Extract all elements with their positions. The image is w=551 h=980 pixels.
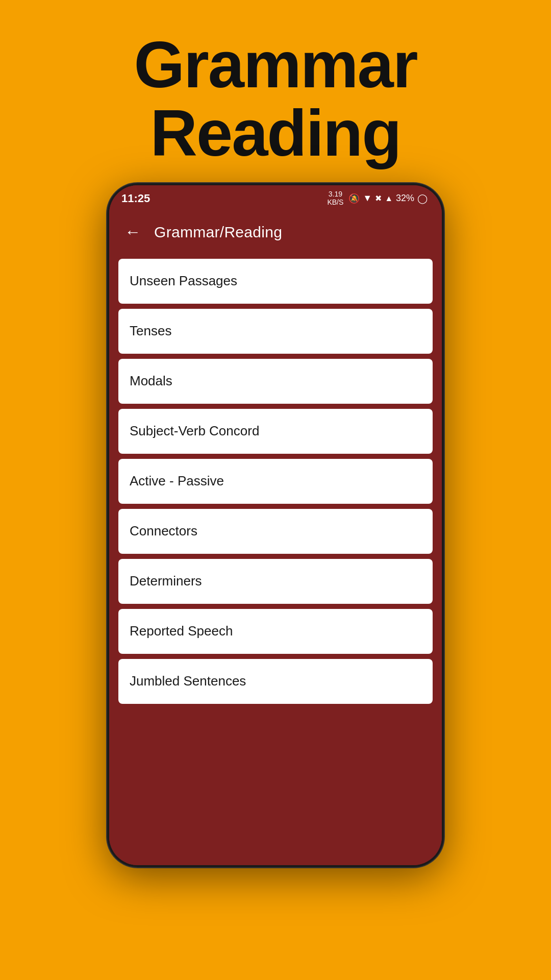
menu-item-label-jumbled-sentences: Jumbled Sentences: [130, 673, 246, 689]
bell-icon: 🔕: [348, 193, 360, 204]
menu-item-subject-verb-concord[interactable]: Subject-Verb Concord: [118, 409, 433, 454]
menu-item-label-reported-speech: Reported Speech: [130, 623, 233, 639]
menu-item-unseen-passages[interactable]: Unseen Passages: [118, 259, 433, 304]
data-speed: 3.19 KB/S: [327, 190, 343, 206]
app-bar-title: Grammar/Reading: [154, 224, 282, 241]
status-bar: 11:25 3.19 KB/S 🔕 ▼ ✖ ▲ 32% ◯: [109, 185, 442, 212]
status-icons: 3.19 KB/S 🔕 ▼ ✖ ▲ 32% ◯: [327, 190, 428, 206]
network-icon: ▲: [385, 194, 393, 203]
menu-item-tenses[interactable]: Tenses: [118, 309, 433, 354]
menu-item-label-modals: Modals: [130, 373, 172, 389]
status-time: 11:25: [121, 192, 150, 205]
menu-list: Unseen PassagesTensesModalsSubject-Verb …: [109, 253, 442, 865]
menu-item-reported-speech[interactable]: Reported Speech: [118, 609, 433, 654]
menu-item-label-tenses: Tenses: [130, 323, 171, 339]
page-title-line2: Reading: [151, 96, 401, 169]
signal-icon: ✖: [375, 193, 382, 203]
menu-item-label-active-passive: Active - Passive: [130, 473, 224, 489]
battery-level: 32%: [396, 193, 414, 204]
menu-item-determiners[interactable]: Determiners: [118, 559, 433, 604]
page-title-line1: Grammar: [134, 28, 417, 101]
menu-item-jumbled-sentences[interactable]: Jumbled Sentences: [118, 659, 433, 704]
menu-item-label-connectors: Connectors: [130, 523, 197, 539]
menu-item-active-passive[interactable]: Active - Passive: [118, 459, 433, 504]
wifi-icon: ▼: [363, 193, 372, 204]
menu-item-label-unseen-passages: Unseen Passages: [130, 273, 237, 289]
menu-item-connectors[interactable]: Connectors: [118, 509, 433, 554]
menu-item-modals[interactable]: Modals: [118, 359, 433, 404]
page-heading: Grammar Reading: [0, 0, 551, 183]
phone-frame: 11:25 3.19 KB/S 🔕 ▼ ✖ ▲ 32% ◯ ← Grammar/…: [107, 183, 444, 867]
menu-item-label-subject-verb-concord: Subject-Verb Concord: [130, 423, 259, 439]
menu-item-label-determiners: Determiners: [130, 573, 202, 589]
battery-icon: ◯: [417, 193, 428, 204]
back-button[interactable]: ←: [121, 221, 144, 243]
phone-screen: 11:25 3.19 KB/S 🔕 ▼ ✖ ▲ 32% ◯ ← Grammar/…: [109, 185, 442, 865]
app-bar: ← Grammar/Reading: [109, 212, 442, 253]
